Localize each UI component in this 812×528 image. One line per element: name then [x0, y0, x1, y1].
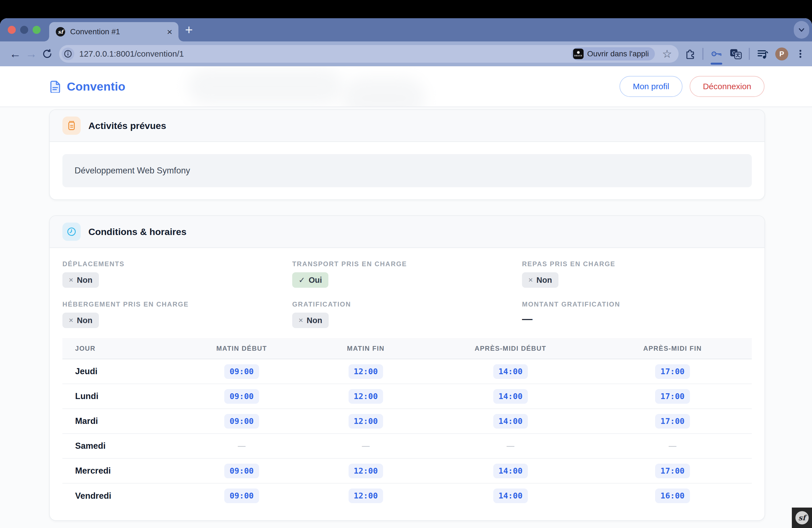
col-apres-midi-debut: APRÈS-MIDI DÉBUT — [428, 338, 593, 359]
col-jour: JOUR — [62, 338, 179, 359]
browser-profile-avatar[interactable]: P — [775, 47, 788, 60]
background-artifact — [343, 77, 425, 107]
time-cell: 14:00 — [428, 458, 593, 483]
my-profile-button[interactable]: Mon profil — [620, 76, 682, 97]
badge-value: Non — [307, 316, 322, 325]
time-chip: 12:00 — [349, 488, 383, 503]
time-cell: — — [428, 434, 593, 458]
time-chip: 17:00 — [655, 464, 690, 478]
macos-minimize-button[interactable] — [20, 26, 28, 34]
address-bar[interactable]: 127.0.0.1:8001/convention/1 DEUCE Ouvrir… — [59, 45, 679, 63]
time-cell: 12:00 — [304, 359, 428, 384]
check-icon: ✓ — [299, 276, 305, 285]
badge-value: Non — [77, 316, 92, 325]
time-cell: 12:00 — [304, 458, 428, 483]
app-icon: DEUCE — [573, 48, 584, 59]
time-cell: 09:00 — [179, 483, 304, 508]
brand-logo[interactable]: Conventio — [49, 80, 126, 93]
time-chip: 14:00 — [493, 389, 528, 404]
conditions-card-title: Conditions & horaires — [88, 226, 186, 237]
browser-menu-button[interactable] — [795, 48, 806, 59]
activities-card-title: Activités prévues — [88, 120, 166, 131]
table-row: Mardi 09:00 12:00 14:00 17:00 — [62, 409, 752, 434]
macos-zoom-button[interactable] — [33, 26, 41, 34]
col-apres-midi-fin: APRÈS-MIDI FIN — [593, 338, 752, 359]
translate-button[interactable]: G — [729, 47, 742, 60]
badge-value: Non — [536, 276, 552, 285]
toolbar-separator — [749, 48, 750, 60]
time-cell: 14:00 — [428, 409, 593, 434]
time-cell: — — [304, 434, 428, 458]
time-cell: 12:00 — [304, 384, 428, 409]
status-badge: ✓Oui — [292, 272, 329, 288]
open-in-app-chip[interactable]: DEUCE Ouvrir dans l'appli — [571, 47, 655, 60]
key-icon — [710, 47, 723, 60]
close-tab-icon[interactable]: × — [167, 27, 172, 36]
time-cell: 17:00 — [593, 384, 752, 409]
day-cell: Samedi — [62, 434, 179, 458]
status-badge: ×Non — [292, 312, 329, 328]
badge-value: Non — [77, 276, 92, 285]
time-chip: 14:00 — [493, 414, 528, 429]
col-matin-fin: MATIN FIN — [304, 338, 428, 359]
extensions-button[interactable] — [684, 48, 696, 60]
notepad-icon-box — [62, 117, 81, 135]
time-cell: 09:00 — [179, 458, 304, 483]
traffic-lights — [8, 26, 41, 34]
x-icon: × — [299, 316, 303, 325]
media-controls-button[interactable] — [756, 48, 769, 60]
field-label: DÉPLACEMENTS — [62, 260, 292, 268]
field-hebergement: HÉBERGEMENT PRIS EN CHARGE ×Non — [62, 300, 292, 328]
col-matin-debut: MATIN DÉBUT — [179, 338, 304, 359]
notepad-icon — [66, 120, 77, 131]
url-text[interactable]: 127.0.0.1:8001/convention/1 — [79, 49, 566, 59]
time-chip: 14:00 — [493, 488, 528, 503]
macos-close-button[interactable] — [8, 26, 16, 34]
background-artifact — [188, 69, 343, 104]
new-tab-button[interactable]: + — [185, 23, 193, 36]
time-chip: 09:00 — [224, 414, 259, 429]
time-chip: 17:00 — [655, 364, 690, 379]
clock-icon-box — [62, 223, 81, 241]
document-icon — [49, 80, 62, 93]
field-label: TRANSPORT PRIS EN CHARGE — [292, 260, 522, 268]
time-cell: 09:00 — [179, 359, 304, 384]
day-cell: Mercredi — [62, 458, 179, 483]
back-button[interactable]: ← — [7, 48, 23, 60]
playlist-music-icon — [756, 48, 769, 60]
day-cell: Mardi — [62, 409, 179, 434]
time-cell: 14:00 — [428, 483, 593, 508]
table-row: Mercredi 09:00 12:00 14:00 17:00 — [62, 458, 752, 483]
time-cell: 17:00 — [593, 359, 752, 384]
time-cell: — — [179, 434, 304, 458]
app-icon-dot — [577, 51, 580, 54]
main-content: Activités prévues Développement Web Symf… — [0, 107, 812, 521]
tab-search-button[interactable] — [794, 21, 809, 39]
password-manager-button[interactable] — [710, 47, 723, 60]
table-header-row: JOUR MATIN DÉBUT MATIN FIN APRÈS-MIDI DÉ… — [62, 338, 752, 359]
forward-button[interactable]: → — [23, 48, 39, 60]
status-badge: ×Non — [62, 272, 99, 288]
logout-button[interactable]: Déconnexion — [690, 76, 765, 97]
browser-tab[interactable]: sf Convention #1 × — [49, 22, 178, 41]
field-label: MONTANT GRATIFICATION — [522, 300, 752, 308]
field-label: HÉBERGEMENT PRIS EN CHARGE — [62, 300, 292, 308]
field-transport: TRANSPORT PRIS EN CHARGE ✓Oui — [292, 260, 522, 288]
empty-time-dash: — — [507, 442, 514, 450]
time-chip: 09:00 — [224, 464, 259, 478]
brand-name: Conventio — [67, 80, 126, 93]
field-label: GRATIFICATION — [292, 300, 522, 308]
symfony-profiler-button[interactable]: sf — [792, 508, 812, 528]
kebab-menu-icon — [795, 48, 806, 59]
conditions-fields: DÉPLACEMENTS ×Non TRANSPORT PRIS EN CHAR… — [50, 248, 765, 328]
info-icon — [64, 50, 72, 58]
reload-button[interactable] — [39, 48, 55, 60]
time-cell: 12:00 — [304, 483, 428, 508]
toolbar-extensions-area: G P — [684, 47, 806, 60]
time-cell: 09:00 — [179, 384, 304, 409]
empty-time-dash: — — [238, 442, 246, 450]
site-info-button[interactable] — [62, 47, 74, 60]
bookmark-star-icon[interactable]: ☆ — [662, 48, 672, 59]
day-cell: Lundi — [62, 384, 179, 409]
table-row: Lundi 09:00 12:00 14:00 17:00 — [62, 384, 752, 409]
